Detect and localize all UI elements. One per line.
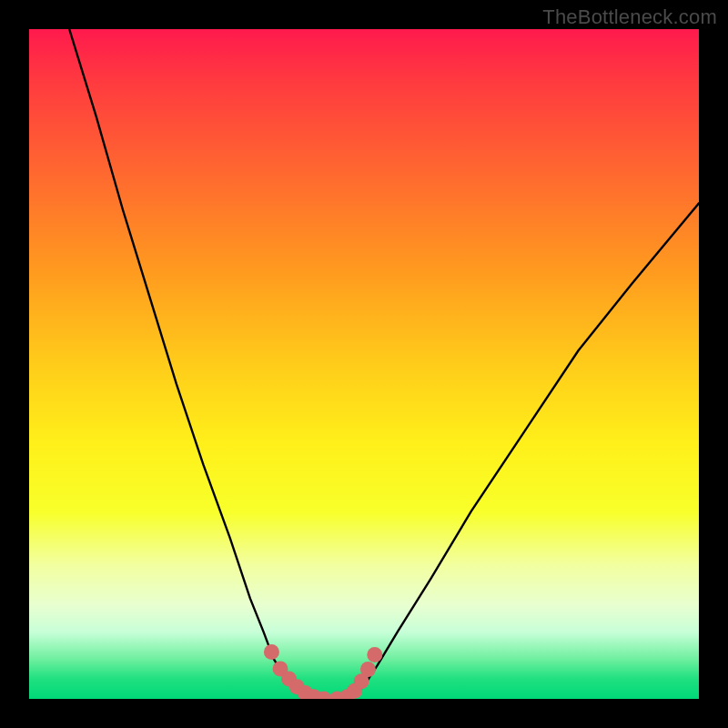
chart-svg <box>29 29 699 699</box>
highlight-dot <box>360 662 376 677</box>
highlight-dot <box>264 644 279 660</box>
plot-area <box>29 29 699 699</box>
outer-frame: TheBottleneck.com <box>0 0 728 728</box>
curve-left-branch <box>69 29 310 699</box>
highlight-dot <box>367 647 382 662</box>
watermark-text: TheBottleneck.com <box>542 5 717 29</box>
curve-right-branch <box>350 203 699 699</box>
highlight-markers <box>264 644 382 699</box>
